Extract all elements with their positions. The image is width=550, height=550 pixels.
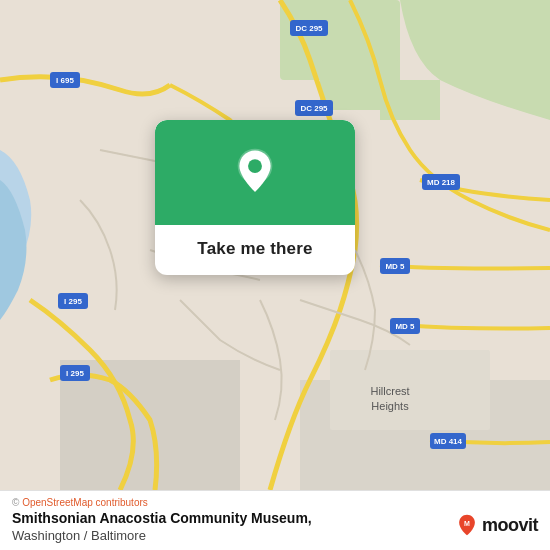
- svg-text:DC 295: DC 295: [300, 104, 328, 113]
- svg-text:MD 5: MD 5: [395, 322, 415, 331]
- svg-text:MD 218: MD 218: [427, 178, 456, 187]
- svg-text:I 295: I 295: [66, 369, 84, 378]
- svg-text:MD 5: MD 5: [385, 262, 405, 271]
- svg-rect-6: [330, 350, 490, 430]
- svg-point-28: [248, 159, 262, 173]
- svg-text:M: M: [464, 520, 470, 527]
- map-view[interactable]: I 695 DC 295 DC 295 MD 218 MD 5 MD 5 MD …: [0, 0, 550, 490]
- svg-text:Heights: Heights: [371, 400, 409, 412]
- moovit-logo: M moovit: [456, 514, 538, 536]
- location-region: Washington / Baltimore: [12, 528, 146, 543]
- svg-text:DC 295: DC 295: [295, 24, 323, 33]
- card-header: [155, 120, 355, 225]
- moovit-brand-name: moovit: [482, 515, 538, 536]
- location-name: Smithsonian Anacostia Community Museum,: [12, 510, 312, 526]
- navigation-card: Take me there: [155, 120, 355, 275]
- moovit-pin-icon: M: [456, 514, 478, 536]
- location-pin-icon: [229, 147, 281, 199]
- osm-link: OpenStreetMap contributors: [22, 497, 148, 508]
- bottom-info-bar: © OpenStreetMap contributors Smithsonian…: [0, 490, 550, 550]
- svg-text:MD 414: MD 414: [434, 437, 463, 446]
- take-me-there-button[interactable]: Take me there: [189, 239, 320, 259]
- svg-text:I 295: I 295: [64, 297, 82, 306]
- svg-text:I 695: I 695: [56, 76, 74, 85]
- svg-text:Hillcrest: Hillcrest: [370, 385, 409, 397]
- attribution: © OpenStreetMap contributors: [12, 497, 538, 508]
- attribution-prefix: ©: [12, 497, 22, 508]
